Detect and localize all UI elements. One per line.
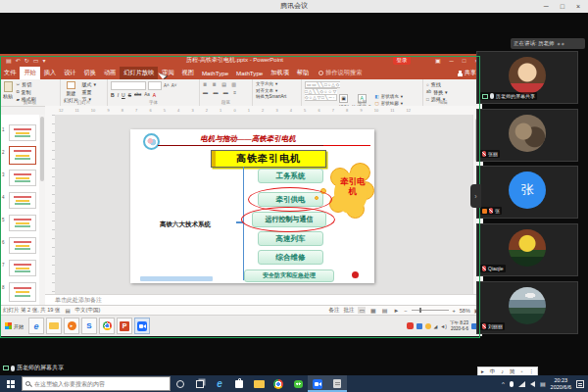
host-tray-speaker-icon[interactable]: ◄) [440,323,447,329]
ime-pen-icon[interactable]: ▸ [481,368,484,374]
clear-format-button[interactable]: abc [134,92,141,97]
notes-toggle[interactable]: 备注 [328,307,339,314]
host-tray-red-icon[interactable] [407,322,414,329]
zoom-out-icon[interactable]: − [404,308,407,314]
close-icon[interactable]: × [576,3,580,10]
tab-home[interactable]: 开始 [20,67,39,79]
host-chrome-icon[interactable] [99,318,115,334]
tab-help[interactable]: 帮助 [293,67,313,79]
tab-file[interactable]: 文件 [0,67,20,79]
tab-insert[interactable]: 插入 [40,67,60,79]
participant-tile-liulili[interactable]: 刘丽丽 [476,281,578,334]
strikethrough-button[interactable]: S [128,92,131,98]
grow-font-icon[interactable]: A˄ [164,83,170,88]
task-view-icon[interactable] [190,375,210,392]
underline-button[interactable]: U [122,92,125,98]
hidden-icons-chevron[interactable]: ^ [502,381,505,387]
slide-thumbnail-7[interactable] [9,260,36,276]
italic-button[interactable]: I [118,92,119,98]
zoom-level[interactable]: 58% [460,308,470,314]
title-banner[interactable]: 高铁牵引电机 [211,150,326,168]
align-text-button[interactable]: 对齐文本▾ [256,88,286,93]
meeting-app-icon[interactable] [308,375,327,392]
bold-button[interactable]: B [111,92,115,98]
participant-tile-teacher[interactable]: 历老师的屏幕共享 [476,51,578,104]
tab-mathtype-1[interactable]: MathType [198,67,232,79]
tray-mic-icon[interactable] [510,381,514,387]
cortana-icon[interactable] [171,375,190,392]
slide-thumbnail-2-selected[interactable] [9,146,36,165]
font-size-select[interactable] [148,81,162,90]
sidebar-collapse-handle[interactable]: › [470,184,481,208]
taskbar-clock[interactable]: 20:23 2020/6/6 [551,377,571,390]
bullets-buttons[interactable]: ≣ ≣ ▤ ▥ [203,81,238,87]
speaker-icon[interactable] [530,381,535,387]
slide-thumbnail-1[interactable] [9,124,36,141]
present-icon[interactable]: ▭ [33,57,39,64]
slide-thumbnail-5[interactable] [9,215,36,231]
item-anquan[interactable]: 安全防灾和应急处理 [244,270,334,282]
replace-button[interactable]: ab替换▾ [426,89,448,95]
tab-mathtype-2[interactable]: MathType [232,67,267,79]
zoom-slider[interactable] [412,310,449,311]
item-gongwu[interactable]: 工务系统 [258,169,323,183]
font-name-select[interactable] [111,81,146,90]
font-color-button[interactable]: A [153,92,156,98]
ime-settings-icon[interactable]: ◦ [521,368,523,374]
notification-center-icon[interactable] [576,380,584,388]
copy-button[interactable]: ⧉复制 [16,89,35,95]
host-sogou-icon[interactable]: S [81,318,97,334]
align-buttons[interactable]: ▬ ▬ ▬ ≡ [203,89,238,95]
smartart-button[interactable]: 转换为SmartArt [256,94,286,99]
host-start-button[interactable]: 开始 [2,318,26,335]
host-tray-cloud-icon[interactable] [416,323,422,329]
participant-tile-zhangli[interactable]: 张丽 [476,109,578,162]
shape-fill-button[interactable]: ◧形状填充▾ [374,94,403,99]
wechat-icon[interactable] [288,375,308,392]
host-tray-network-icon[interactable]: ◢ [434,323,438,329]
text-direction-button[interactable]: 文字方向▾ [256,81,286,86]
ime-mode-zh[interactable]: 中 [490,368,496,375]
tab-addins[interactable]: 加载项 [267,67,293,79]
undo-icon[interactable]: ↶ [16,57,21,64]
reset-button[interactable]: 重置 [81,89,96,95]
sorter-view-icon[interactable]: ▦ [369,307,377,314]
redo-icon[interactable]: ↻ [24,57,29,64]
slide-header[interactable]: 电机与拖动——高铁牵引电机 [160,134,336,144]
tab-design[interactable]: 设计 [60,67,79,79]
paste-button[interactable]: 粘贴 [3,81,13,99]
left-label[interactable]: 高铁六大技术系统 [130,220,240,229]
slide-thumbnail-3[interactable] [9,170,36,186]
case-button[interactable]: Aa [144,92,150,97]
keyboard-icon[interactable]: ▤ [540,380,546,387]
search-input[interactable] [32,380,154,388]
save-icon[interactable]: ▤ [6,57,12,64]
slideshow-view-icon[interactable]: ► [392,308,400,314]
ribbon-options-icon[interactable]: ▣ [435,57,441,64]
document-app-icon[interactable] [327,375,347,392]
participant-tile-qiaojie[interactable]: Qiaojie [476,223,578,276]
ppt-restore-icon[interactable]: □ [463,58,466,64]
normal-view-icon[interactable]: ▭ [358,307,366,314]
tab-slideshow[interactable]: 幻灯片放映 [120,67,158,79]
minimize-icon[interactable]: ─ [544,3,549,10]
item-gaosu-lieche[interactable]: 高速列车 [258,231,323,246]
ppt-minimize-icon[interactable]: ─ [450,58,454,64]
notes-pane[interactable]: 单击此处添加备注 [45,294,482,305]
reading-view-icon[interactable]: ▤ [381,307,389,314]
network-icon[interactable] [518,381,525,387]
slide-thumbnail-6[interactable] [9,237,36,254]
ime-more-icon[interactable]: ⋮ [528,368,534,374]
find-button[interactable]: ○查找 [426,81,448,87]
zoom-in-icon[interactable]: + [453,308,456,314]
maximize-icon[interactable]: □ [561,3,564,10]
host-powerpoint-icon[interactable]: P [117,318,132,334]
chrome-icon[interactable] [269,375,288,392]
qat-dropdown-icon[interactable]: ▾ [42,57,45,64]
shrink-font-icon[interactable]: A˅ [172,83,177,88]
ime-sound-icon[interactable]: ♪ [501,368,504,374]
participant-tile-zhang[interactable]: 张 张 [476,166,578,219]
slide-thumbnail-8[interactable] [9,282,36,302]
host-tray-yellow-icon[interactable] [425,323,431,329]
host-ie-icon[interactable]: e [28,318,44,334]
